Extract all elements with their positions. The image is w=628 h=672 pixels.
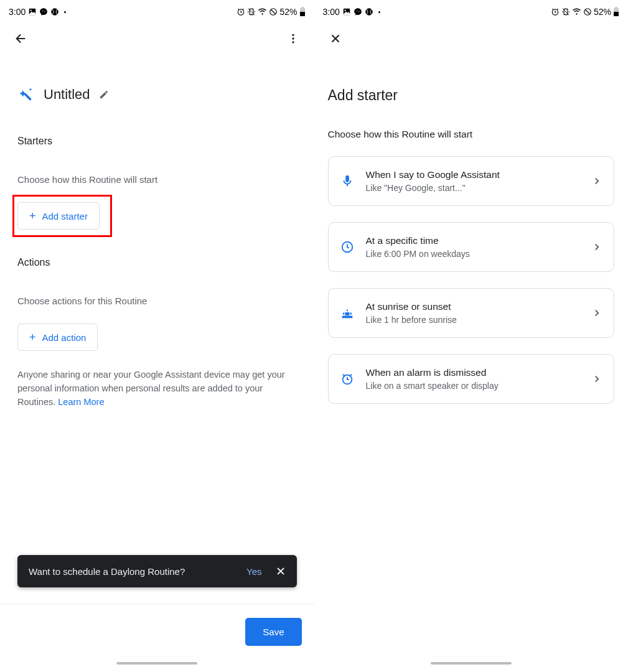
actions-subtitle: Choose actions for this Routine — [17, 296, 297, 306]
snackbar-yes-button[interactable]: Yes — [238, 566, 270, 577]
app-bar — [0, 25, 314, 52]
svg-rect-21 — [615, 7, 617, 8]
add-starter-label: Add starter — [42, 211, 88, 222]
starter-option-sun[interactable]: At sunrise or sunset Like 1 hr before su… — [328, 288, 615, 338]
image-icon — [28, 7, 37, 16]
option-title: When I say to Google Assistant — [366, 169, 581, 180]
add-action-label: Add action — [42, 332, 87, 343]
svg-point-10 — [292, 37, 294, 39]
no-signal-icon — [269, 7, 278, 16]
snackbar-text: Want to schedule a Daylong Routine? — [29, 566, 238, 577]
navigation-bar-indicator[interactable] — [431, 662, 512, 665]
baseball-icon — [365, 7, 373, 16]
save-button[interactable]: Save — [245, 618, 301, 646]
svg-rect-8 — [301, 7, 304, 8]
svg-point-1 — [30, 10, 32, 11]
starters-subtitle: Choose how this Routine will start — [17, 174, 297, 185]
svg-point-2 — [51, 8, 59, 16]
actions-header: Actions — [17, 257, 297, 268]
routine-title-row: Untitled — [17, 86, 297, 103]
battery-icon — [613, 7, 619, 17]
privacy-notice: Anyone sharing or near your Google Assis… — [17, 368, 297, 409]
starter-option-time[interactable]: At a specific time Like 6:00 PM on weekd… — [328, 222, 615, 272]
snackbar-close-button[interactable] — [271, 565, 291, 577]
back-button[interactable] — [12, 30, 30, 47]
app-bar — [314, 25, 629, 52]
starters-header: Starters — [17, 136, 297, 147]
messenger-icon — [354, 7, 362, 16]
option-title: At sunrise or sunset — [366, 301, 581, 312]
add-action-button[interactable]: + Add action — [17, 324, 98, 351]
magic-wand-icon — [17, 86, 35, 103]
option-subtitle: Like on a smart speaker or display — [366, 381, 581, 391]
svg-rect-7 — [300, 12, 305, 16]
option-title: When an alarm is dismissed — [366, 367, 581, 378]
svg-point-14 — [344, 10, 345, 11]
page-title: Add starter — [328, 87, 615, 104]
screen-add-starter: 3:00 52% Add starter Choose how this Rou… — [314, 0, 629, 672]
status-time: 3:00 — [323, 7, 340, 17]
screen-routine-editor: 3:00 52% Untitled — [0, 0, 314, 672]
option-subtitle: Like "Hey Google, start..." — [366, 183, 581, 193]
svg-point-9 — [292, 34, 294, 36]
chevron-right-icon — [591, 175, 602, 187]
svg-rect-20 — [614, 12, 619, 16]
battery-percent: 52% — [594, 7, 611, 17]
status-bar: 3:00 52% — [0, 2, 314, 21]
wifi-icon — [258, 7, 267, 16]
alarm-icon — [237, 7, 245, 16]
plus-icon: + — [29, 210, 36, 222]
plus-icon: + — [29, 332, 36, 343]
chevron-right-icon — [591, 241, 602, 253]
battery-percent: 52% — [279, 7, 297, 17]
svg-rect-12 — [24, 93, 32, 101]
messenger-icon — [39, 7, 48, 16]
daylong-routine-snackbar: Want to schedule a Daylong Routine? Yes — [17, 555, 297, 587]
vibrate-icon — [561, 7, 570, 16]
navigation-bar-indicator[interactable] — [116, 662, 197, 665]
no-signal-icon — [583, 7, 592, 16]
option-subtitle: Like 1 hr before sunrise — [366, 315, 581, 325]
page-subtitle: Choose how this Routine will start — [328, 129, 615, 140]
image-icon — [342, 7, 351, 16]
learn-more-link[interactable]: Learn More — [58, 397, 104, 407]
battery-icon — [299, 7, 306, 17]
option-title: At a specific time — [366, 235, 581, 246]
wifi-icon — [572, 7, 581, 16]
edit-title-button[interactable] — [99, 90, 109, 100]
baseball-icon — [50, 7, 59, 16]
svg-point-11 — [292, 41, 294, 43]
routine-title: Untitled — [44, 86, 90, 103]
status-time: 3:00 — [9, 7, 26, 17]
add-starter-button[interactable]: + Add starter — [17, 202, 100, 230]
overflow-menu-button[interactable] — [284, 30, 302, 47]
microphone-icon — [340, 174, 355, 189]
alarm-icon — [551, 7, 560, 16]
status-bar: 3:00 52% — [314, 2, 629, 21]
option-subtitle: Like 6:00 PM on weekdays — [366, 249, 581, 259]
vibrate-icon — [247, 7, 256, 16]
starter-option-alarm[interactable]: When an alarm is dismissed Like on a sma… — [328, 354, 615, 404]
close-button[interactable] — [327, 30, 344, 47]
more-notifications-icon — [378, 11, 380, 13]
chevron-right-icon — [591, 307, 602, 319]
more-notifications-icon — [64, 11, 66, 13]
starter-option-voice[interactable]: When I say to Google Assistant Like "Hey… — [328, 156, 615, 206]
alarm-dismissed-icon — [340, 371, 355, 386]
sunrise-icon — [340, 306, 355, 320]
chevron-right-icon — [591, 373, 602, 385]
clock-icon — [340, 240, 355, 254]
